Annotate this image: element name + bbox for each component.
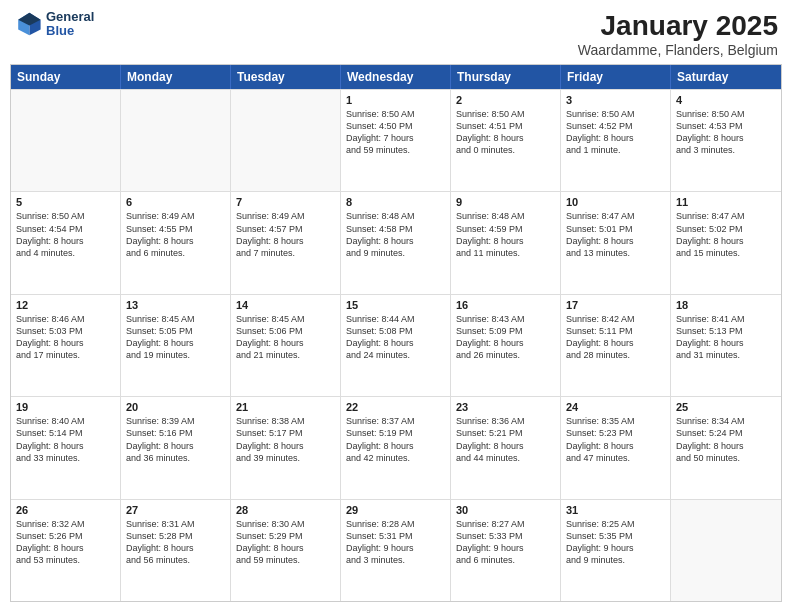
title-block: January 2025 Waardamme, Flanders, Belgiu… (578, 10, 778, 58)
cell-content: Sunrise: 8:48 AMSunset: 4:58 PMDaylight:… (346, 210, 445, 259)
daylight-text: Daylight: 9 hours and 6 minutes. (456, 543, 524, 565)
calendar-day-cell: 23Sunrise: 8:36 AMSunset: 5:21 PMDayligh… (451, 397, 561, 498)
cell-content: Sunrise: 8:48 AMSunset: 4:59 PMDaylight:… (456, 210, 555, 259)
calendar-day-cell: 12Sunrise: 8:46 AMSunset: 5:03 PMDayligh… (11, 295, 121, 396)
calendar-day-cell: 11Sunrise: 8:47 AMSunset: 5:02 PMDayligh… (671, 192, 781, 293)
cell-content: Sunrise: 8:30 AMSunset: 5:29 PMDaylight:… (236, 518, 335, 567)
cell-content: Sunrise: 8:31 AMSunset: 5:28 PMDaylight:… (126, 518, 225, 567)
calendar-day-cell: 16Sunrise: 8:43 AMSunset: 5:09 PMDayligh… (451, 295, 561, 396)
empty-cell (671, 500, 781, 601)
sunset-text: Sunset: 5:23 PM (566, 428, 633, 438)
sunrise-text: Sunrise: 8:28 AM (346, 519, 415, 529)
calendar-day-cell: 15Sunrise: 8:44 AMSunset: 5:08 PMDayligh… (341, 295, 451, 396)
calendar-day-cell: 14Sunrise: 8:45 AMSunset: 5:06 PMDayligh… (231, 295, 341, 396)
sunrise-text: Sunrise: 8:50 AM (676, 109, 745, 119)
day-number: 11 (676, 196, 776, 208)
daylight-text: Daylight: 8 hours and 50 minutes. (676, 441, 744, 463)
sunset-text: Sunset: 5:01 PM (566, 224, 633, 234)
sunrise-text: Sunrise: 8:48 AM (456, 211, 525, 221)
weekday-header: Tuesday (231, 65, 341, 89)
sunset-text: Sunset: 5:19 PM (346, 428, 413, 438)
daylight-text: Daylight: 8 hours and 1 minute. (566, 133, 634, 155)
sunrise-text: Sunrise: 8:44 AM (346, 314, 415, 324)
cell-content: Sunrise: 8:42 AMSunset: 5:11 PMDaylight:… (566, 313, 665, 362)
calendar-day-cell: 30Sunrise: 8:27 AMSunset: 5:33 PMDayligh… (451, 500, 561, 601)
day-number: 1 (346, 94, 445, 106)
calendar-day-cell: 19Sunrise: 8:40 AMSunset: 5:14 PMDayligh… (11, 397, 121, 498)
day-number: 17 (566, 299, 665, 311)
cell-content: Sunrise: 8:50 AMSunset: 4:50 PMDaylight:… (346, 108, 445, 157)
sunset-text: Sunset: 5:16 PM (126, 428, 193, 438)
sunset-text: Sunset: 4:54 PM (16, 224, 83, 234)
daylight-text: Daylight: 8 hours and 19 minutes. (126, 338, 194, 360)
day-number: 15 (346, 299, 445, 311)
sunset-text: Sunset: 5:06 PM (236, 326, 303, 336)
sunrise-text: Sunrise: 8:25 AM (566, 519, 635, 529)
cell-content: Sunrise: 8:49 AMSunset: 4:55 PMDaylight:… (126, 210, 225, 259)
main-title: January 2025 (578, 10, 778, 42)
day-number: 13 (126, 299, 225, 311)
sunset-text: Sunset: 5:13 PM (676, 326, 743, 336)
sunset-text: Sunset: 5:35 PM (566, 531, 633, 541)
daylight-text: Daylight: 8 hours and 4 minutes. (16, 236, 84, 258)
sunrise-text: Sunrise: 8:49 AM (126, 211, 195, 221)
day-number: 5 (16, 196, 115, 208)
sunset-text: Sunset: 4:58 PM (346, 224, 413, 234)
calendar-day-cell: 31Sunrise: 8:25 AMSunset: 5:35 PMDayligh… (561, 500, 671, 601)
calendar-day-cell: 17Sunrise: 8:42 AMSunset: 5:11 PMDayligh… (561, 295, 671, 396)
sunset-text: Sunset: 5:29 PM (236, 531, 303, 541)
cell-content: Sunrise: 8:41 AMSunset: 5:13 PMDaylight:… (676, 313, 776, 362)
sunrise-text: Sunrise: 8:40 AM (16, 416, 85, 426)
sunset-text: Sunset: 4:53 PM (676, 121, 743, 131)
daylight-text: Daylight: 8 hours and 21 minutes. (236, 338, 304, 360)
sunrise-text: Sunrise: 8:36 AM (456, 416, 525, 426)
day-number: 6 (126, 196, 225, 208)
logo: General Blue (14, 10, 94, 39)
daylight-text: Daylight: 8 hours and 7 minutes. (236, 236, 304, 258)
calendar-day-cell: 8Sunrise: 8:48 AMSunset: 4:58 PMDaylight… (341, 192, 451, 293)
sunrise-text: Sunrise: 8:43 AM (456, 314, 525, 324)
cell-content: Sunrise: 8:39 AMSunset: 5:16 PMDaylight:… (126, 415, 225, 464)
cell-content: Sunrise: 8:43 AMSunset: 5:09 PMDaylight:… (456, 313, 555, 362)
day-number: 27 (126, 504, 225, 516)
sunset-text: Sunset: 5:21 PM (456, 428, 523, 438)
day-number: 28 (236, 504, 335, 516)
calendar-day-cell: 20Sunrise: 8:39 AMSunset: 5:16 PMDayligh… (121, 397, 231, 498)
day-number: 25 (676, 401, 776, 413)
sunrise-text: Sunrise: 8:30 AM (236, 519, 305, 529)
cell-content: Sunrise: 8:32 AMSunset: 5:26 PMDaylight:… (16, 518, 115, 567)
sunset-text: Sunset: 5:14 PM (16, 428, 83, 438)
day-number: 14 (236, 299, 335, 311)
cell-content: Sunrise: 8:50 AMSunset: 4:51 PMDaylight:… (456, 108, 555, 157)
sunrise-text: Sunrise: 8:32 AM (16, 519, 85, 529)
daylight-text: Daylight: 8 hours and 36 minutes. (126, 441, 194, 463)
calendar-day-cell: 1Sunrise: 8:50 AMSunset: 4:50 PMDaylight… (341, 90, 451, 191)
calendar-day-cell: 29Sunrise: 8:28 AMSunset: 5:31 PMDayligh… (341, 500, 451, 601)
sunrise-text: Sunrise: 8:27 AM (456, 519, 525, 529)
cell-content: Sunrise: 8:47 AMSunset: 5:02 PMDaylight:… (676, 210, 776, 259)
empty-cell (231, 90, 341, 191)
sunset-text: Sunset: 5:08 PM (346, 326, 413, 336)
sunrise-text: Sunrise: 8:45 AM (126, 314, 195, 324)
calendar-day-cell: 4Sunrise: 8:50 AMSunset: 4:53 PMDaylight… (671, 90, 781, 191)
daylight-text: Daylight: 8 hours and 59 minutes. (236, 543, 304, 565)
daylight-text: Daylight: 8 hours and 0 minutes. (456, 133, 524, 155)
daylight-text: Daylight: 8 hours and 33 minutes. (16, 441, 84, 463)
sunrise-text: Sunrise: 8:35 AM (566, 416, 635, 426)
daylight-text: Daylight: 8 hours and 9 minutes. (346, 236, 414, 258)
cell-content: Sunrise: 8:46 AMSunset: 5:03 PMDaylight:… (16, 313, 115, 362)
subtitle: Waardamme, Flanders, Belgium (578, 42, 778, 58)
daylight-text: Daylight: 8 hours and 47 minutes. (566, 441, 634, 463)
daylight-text: Daylight: 8 hours and 24 minutes. (346, 338, 414, 360)
logo-general: General (46, 9, 94, 24)
calendar-header: SundayMondayTuesdayWednesdayThursdayFrid… (11, 65, 781, 89)
day-number: 9 (456, 196, 555, 208)
day-number: 2 (456, 94, 555, 106)
sunrise-text: Sunrise: 8:50 AM (346, 109, 415, 119)
calendar-day-cell: 28Sunrise: 8:30 AMSunset: 5:29 PMDayligh… (231, 500, 341, 601)
day-number: 16 (456, 299, 555, 311)
weekday-header: Sunday (11, 65, 121, 89)
day-number: 19 (16, 401, 115, 413)
cell-content: Sunrise: 8:50 AMSunset: 4:54 PMDaylight:… (16, 210, 115, 259)
calendar-day-cell: 3Sunrise: 8:50 AMSunset: 4:52 PMDaylight… (561, 90, 671, 191)
